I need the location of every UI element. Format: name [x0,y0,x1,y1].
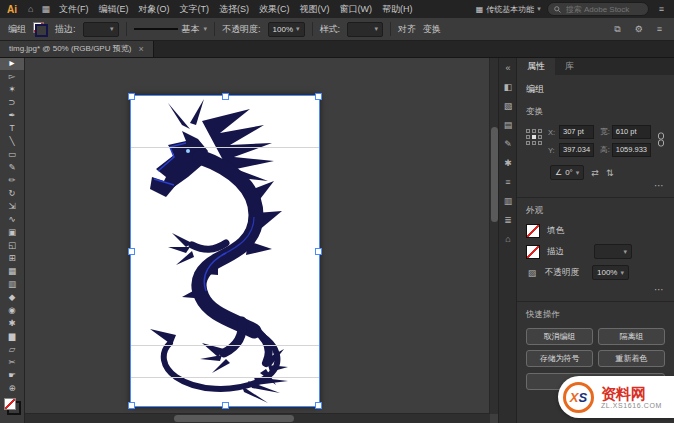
layers-panel-icon[interactable]: ≣ [499,211,517,230]
flip-vertical-icon[interactable]: ⇅ [606,168,614,178]
opacity-dropdown[interactable]: 100% ▾ [268,22,305,37]
paintbrush-tool[interactable]: ✎ [0,161,24,174]
quick-action-button[interactable]: 存储为符号 [526,350,593,367]
zoom-tool[interactable]: ⊕ [0,382,24,395]
symbol-sprayer-tool[interactable]: ✱ [0,317,24,330]
width-tool[interactable]: ∿ [0,213,24,226]
menu-item[interactable]: 对象(O) [133,3,174,16]
horizontal-scrollbar[interactable] [24,413,490,423]
quick-action-button[interactable]: 取消编组 [526,328,593,345]
selection-handle[interactable] [128,248,135,255]
color-guide-panel-icon[interactable]: ▧ [499,97,517,116]
color-panel-icon[interactable]: ◧ [499,78,517,97]
selection-handle[interactable] [222,402,229,409]
type-tool[interactable]: T [0,122,24,135]
opacity-select[interactable]: 100% ▾ [592,265,629,280]
tool-list: ►▻✶⊃✒T╲▭✎✏↻⇲∿▣◱⊞▦▥◆◉✱▆▱✂☛⊕ [0,57,24,395]
perspective-grid-tool[interactable]: ⊞ [0,252,24,265]
scrollbar-thumb[interactable] [174,415,294,422]
tab-properties[interactable]: 属性 [517,57,555,75]
scale-tool[interactable]: ⇲ [0,200,24,213]
expand-panels-icon[interactable]: « [499,59,517,78]
direct-selection-tool[interactable]: ▻ [0,70,24,83]
gradient-tool[interactable]: ▥ [0,278,24,291]
mesh-tool[interactable]: ▦ [0,265,24,278]
transform-field-input[interactable]: 307 pt [559,125,594,139]
shape-builder-tool[interactable]: ◱ [0,239,24,252]
quick-action-button[interactable]: 隔离组 [598,328,665,345]
lasso-tool[interactable]: ⊃ [0,96,24,109]
style-dropdown[interactable]: ▾ [347,22,383,37]
menu-item[interactable]: 选择(S) [214,3,254,16]
stroke-width-dropdown[interactable]: ▾ [83,22,119,37]
fill-row: 填色 [526,224,665,238]
app-menu-icon[interactable]: ≡ [655,4,668,14]
grid-icon[interactable]: ▦ [37,4,54,14]
panel-menu-icon[interactable]: ≡ [653,24,666,34]
transform-field-input[interactable]: 1059.933 [612,143,651,157]
fill-stroke-swatch[interactable] [33,22,48,37]
rectangle-tool[interactable]: ▭ [0,148,24,161]
canvas-area[interactable] [24,57,499,423]
selection-handle[interactable] [222,93,229,100]
document-tab[interactable]: timg.jpg* @ 50% (RGB/GPU 预览) × [0,40,154,57]
fill-swatch[interactable] [526,224,540,238]
reference-point-locator[interactable] [526,129,542,145]
menu-item[interactable]: 视图(V) [294,3,334,16]
stroke-profile-dropdown[interactable]: 基本 ▾ [134,23,208,36]
gradient-panel-icon[interactable]: ▥ [499,192,517,211]
align-button[interactable]: 对齐 [398,23,416,36]
selection-handle[interactable] [128,402,135,409]
rotation-angle-dropdown[interactable]: ∠ 0° ▾ [550,165,584,180]
selection-handle[interactable] [315,248,322,255]
selection-handle[interactable] [315,402,322,409]
blend-tool[interactable]: ◉ [0,304,24,317]
rotate-tool[interactable]: ↻ [0,187,24,200]
home-icon[interactable]: ⌂ [24,4,37,14]
arrange-icon[interactable]: ⧉ [610,24,624,35]
flip-horizontal-icon[interactable]: ⇄ [591,168,599,178]
line-segment-tool[interactable]: ╲ [0,135,24,148]
selection-tool[interactable]: ► [0,57,24,70]
menu-item[interactable]: 窗口(W) [334,3,377,16]
tab-libraries[interactable]: 库 [555,57,584,75]
menu-item[interactable]: 文件(F) [54,3,94,16]
stock-search[interactable] [547,2,649,16]
transform-field-input[interactable]: 610 pt [612,125,651,139]
stroke-panel-icon[interactable]: ≡ [499,173,517,192]
settings-icon[interactable]: ⚙ [631,24,647,34]
artboard-tool[interactable]: ▱ [0,343,24,356]
swatches-panel-icon[interactable]: ▤ [499,116,517,135]
stroke-width-select[interactable]: ▾ [594,244,632,259]
free-transform-tool[interactable]: ▣ [0,226,24,239]
slice-tool[interactable]: ✂ [0,356,24,369]
close-tab-icon[interactable]: × [138,44,143,54]
scrollbar-thumb[interactable] [491,127,498,222]
more-options-icon[interactable]: ⋯ [654,286,665,294]
pencil-tool[interactable]: ✏ [0,174,24,187]
hand-tool[interactable]: ☛ [0,369,24,382]
stroke-swatch[interactable] [526,245,540,259]
transform-field-input[interactable]: 397.034 [559,143,594,157]
brushes-panel-icon[interactable]: ✎ [499,135,517,154]
selection-handle[interactable] [315,93,322,100]
magic-wand-tool[interactable]: ✶ [0,83,24,96]
menu-item[interactable]: 帮助(H) [377,3,418,16]
menu-item[interactable]: 文字(T) [174,3,214,16]
site-watermark: XS 资料网 ZL.XS1616.COM [558,376,674,418]
stock-search-input[interactable] [564,4,642,15]
quick-action-button[interactable]: 重新着色 [598,350,665,367]
more-options-icon[interactable]: ⋯ [654,182,665,190]
column-graph-tool[interactable]: ▆ [0,330,24,343]
constrain-proportions-icon[interactable] [657,132,665,149]
menu-item[interactable]: 编辑(E) [93,3,133,16]
toolbar-fill-stroke[interactable] [4,398,21,415]
menu-item[interactable]: 效果(C) [254,3,295,16]
transform-button[interactable]: 变换 [423,23,441,36]
symbols-panel-icon[interactable]: ✱ [499,154,517,173]
eyedropper-tool[interactable]: ◆ [0,291,24,304]
workspace-switcher[interactable]: ▦ 传统基本功能 ▾ [476,4,541,15]
libraries-panel-icon[interactable]: ⌂ [499,230,517,249]
selection-handle[interactable] [128,93,135,100]
pen-tool[interactable]: ✒ [0,109,24,122]
